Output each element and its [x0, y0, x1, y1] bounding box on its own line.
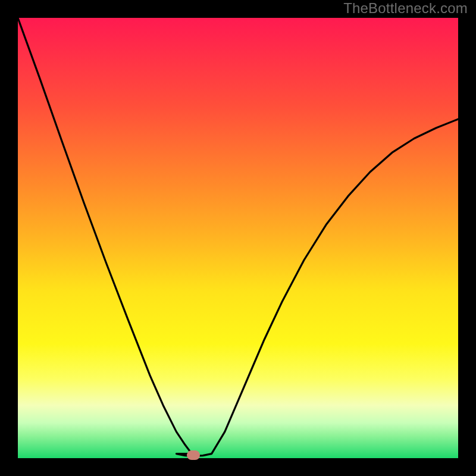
watermark-text: TheBottleneck.com — [343, 0, 468, 17]
chart-frame: TheBottleneck.com — [0, 0, 476, 476]
optimal-point-marker — [187, 450, 200, 460]
curve-path — [18, 18, 458, 456]
bottleneck-curve — [18, 18, 458, 458]
plot-area — [18, 18, 458, 458]
